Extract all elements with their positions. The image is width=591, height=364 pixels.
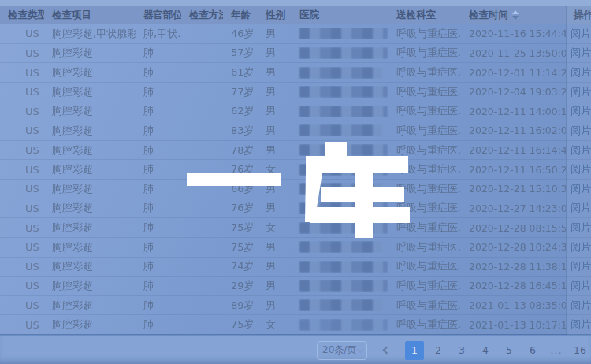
table-body: US 胸腔彩超,甲状腺彩超 肺,甲状... 46岁 男 呼吸与重症医... 20… xyxy=(0,24,591,335)
cell-hospital-redacted xyxy=(292,47,388,59)
table-row[interactable]: US 胸腔彩超 肺 83岁 男 呼吸与重症医... 2020-12-11 16:… xyxy=(0,121,591,141)
view-film-link[interactable]: 阅片 xyxy=(566,299,591,313)
cell-exam-time: 2020-12-28 10:24:30 xyxy=(461,241,566,253)
top-strip xyxy=(0,0,591,6)
view-film-link[interactable]: 阅片 xyxy=(566,143,591,158)
cell-organ-site: 肺 xyxy=(136,143,181,158)
page-size-select[interactable]: 20条/页 xyxy=(317,341,367,360)
cell-exam-time: 2020-12-11 16:02:05 xyxy=(461,124,566,136)
cell-hospital-redacted xyxy=(292,280,388,292)
page-button-1[interactable]: 1 xyxy=(405,341,424,360)
cell-hospital-redacted xyxy=(292,144,388,156)
page-button-2[interactable]: 2 xyxy=(429,341,448,360)
cell-exam-item: 胸腔彩超 xyxy=(44,85,136,99)
view-film-link[interactable]: 阅片 xyxy=(566,104,591,118)
cell-dept: 呼吸与重症医... xyxy=(388,318,461,332)
cell-dept: 呼吸与重症医... xyxy=(388,104,461,118)
view-film-link[interactable]: 阅片 xyxy=(566,240,591,254)
sort-caret-icon[interactable] xyxy=(512,10,519,20)
cell-hospital-redacted xyxy=(292,106,388,117)
prev-page-button[interactable] xyxy=(378,341,394,360)
view-film-link[interactable]: 阅片 xyxy=(566,162,591,176)
pager-pages: 123456...16 xyxy=(405,341,589,360)
table-row[interactable]: US 胸腔彩超,甲状腺彩超 肺,甲状... 46岁 男 呼吸与重症医... 20… xyxy=(0,24,591,44)
cell-age: 75岁 xyxy=(223,221,258,235)
cell-exam-time: 2020-12-27 14:23:04 xyxy=(461,202,566,214)
view-film-link[interactable]: 阅片 xyxy=(566,85,591,99)
view-film-link[interactable]: 阅片 xyxy=(566,46,591,60)
redaction-blur xyxy=(299,261,388,273)
cell-exam-item: 胸腔彩超 xyxy=(44,124,136,138)
cell-organ-site: 肺 xyxy=(136,221,181,235)
cell-exam-item: 胸腔彩超 xyxy=(44,143,136,158)
view-film-link[interactable]: 阅片 xyxy=(566,221,591,235)
cell-exam-type: US xyxy=(0,222,44,234)
table-row[interactable]: US 胸腔彩超 肺 74岁 男 呼吸与重症医... 2020-12-28 11:… xyxy=(0,258,591,277)
cell-exam-item: 胸腔彩超 xyxy=(44,259,136,273)
redaction-blur xyxy=(299,144,388,156)
header-exam-time-sortable[interactable]: 检查时间 xyxy=(461,9,566,22)
cell-age: 74岁 xyxy=(223,259,258,273)
page-button-4[interactable]: 4 xyxy=(476,341,495,360)
view-film-link[interactable]: 阅片 xyxy=(566,318,591,332)
redaction-blur xyxy=(299,183,382,195)
cell-exam-time: 2020-11-25 13:50:01 xyxy=(461,47,566,59)
cell-dept: 呼吸与重症医... xyxy=(388,143,461,158)
view-film-link[interactable]: 阅片 xyxy=(566,259,591,273)
cell-exam-time: 2020-12-28 11:38:11 xyxy=(461,261,566,273)
page-button-16[interactable]: 16 xyxy=(571,341,589,360)
cell-dept: 呼吸与重症医... xyxy=(388,279,461,293)
page-button-6[interactable]: 6 xyxy=(523,341,542,360)
cell-exam-type: US xyxy=(0,280,44,292)
redaction-blur xyxy=(299,86,388,98)
cell-gender: 女 xyxy=(258,318,292,332)
cell-exam-item: 胸腔彩超 xyxy=(44,65,136,80)
cell-gender: 男 xyxy=(258,201,292,215)
cell-dept: 呼吸与重症医... xyxy=(388,299,461,313)
cell-exam-time: 2020-11-16 15:44:49 xyxy=(461,28,566,39)
table-row[interactable]: US 胸腔彩超 肺 75岁 女 呼吸与重症医... 2021-01-13 10:… xyxy=(0,315,591,335)
cell-age: 89岁 xyxy=(223,299,258,313)
pager-ellipsis[interactable]: ... xyxy=(547,341,566,360)
cell-age: 76岁 xyxy=(223,162,258,176)
table-row[interactable]: US 胸腔彩超 肺 66岁 男 呼吸与重症医... 2020-12-21 15:… xyxy=(0,180,591,199)
view-film-link[interactable]: 阅片 xyxy=(566,182,591,196)
cell-gender: 男 xyxy=(258,182,292,196)
table-row[interactable]: US 胸腔彩超 肺 78岁 男 呼吸与重症医... 2020-12-11 16:… xyxy=(0,141,591,161)
table-row[interactable]: US 胸腔彩超 肺 61岁 男 呼吸与重症医... 2020-12-01 11:… xyxy=(0,63,591,83)
table-row[interactable]: US 胸腔彩超 肺 89岁 男 呼吸与重症医... 2021-01-13 08:… xyxy=(0,296,591,316)
chevron-left-icon xyxy=(382,347,390,355)
table-row[interactable]: US 胸腔彩超 肺 62岁 男 呼吸与重症医... 2020-12-11 14:… xyxy=(0,102,591,122)
cell-hospital-redacted xyxy=(292,261,388,273)
view-film-link[interactable]: 阅片 xyxy=(566,201,591,215)
cell-exam-type: US xyxy=(0,144,44,156)
cell-dept: 呼吸与重症医... xyxy=(388,46,461,60)
table-row[interactable]: US 胸腔彩超 肺 76岁 女 呼吸与重症医... 2020-12-11 16:… xyxy=(0,160,591,180)
cell-hospital-redacted xyxy=(292,202,388,214)
cell-dept: 呼吸与重症医... xyxy=(388,162,461,176)
view-film-link[interactable]: 阅片 xyxy=(566,27,591,41)
cell-exam-item: 胸腔彩超 xyxy=(44,299,136,313)
table-row[interactable]: US 胸腔彩超 肺 77岁 男 呼吸与重症医... 2020-12-04 19:… xyxy=(0,83,591,102)
cell-exam-type: US xyxy=(0,47,44,59)
table-row[interactable]: US 胸腔彩超 肺 75岁 男 呼吸与重症医... 2020-12-28 10:… xyxy=(0,238,591,258)
view-film-link[interactable]: 阅片 xyxy=(566,65,591,80)
cell-hospital-redacted xyxy=(292,299,388,311)
cell-gender: 男 xyxy=(258,299,292,313)
table-row[interactable]: US 胸腔彩超 肺 75岁 女 呼吸与重症医... 2020-12-28 08:… xyxy=(0,218,591,238)
page-button-3[interactable]: 3 xyxy=(452,341,471,360)
page-button-5[interactable]: 5 xyxy=(500,341,519,360)
cell-organ-site: 肺 xyxy=(136,124,181,138)
cell-exam-time: 2020-12-11 14:00:14 xyxy=(461,106,566,117)
view-film-link[interactable]: 阅片 xyxy=(566,279,591,293)
cell-hospital-redacted xyxy=(292,319,388,331)
view-film-link[interactable]: 阅片 xyxy=(566,124,591,138)
sort-ascending-icon xyxy=(512,10,519,14)
table-row[interactable]: US 胸腔彩超 肺 57岁 男 呼吸与重症医... 2020-11-25 13:… xyxy=(0,44,591,64)
cell-exam-time: 2020-12-04 19:03:24 xyxy=(461,86,566,98)
table-row[interactable]: US 胸腔彩超 肺 76岁 男 呼吸与重症医... 2020-12-27 14:… xyxy=(0,199,591,219)
table-row[interactable]: US 胸腔彩超 肺 29岁 男 呼吸与重症医... 2020-12-28 16:… xyxy=(0,277,591,296)
cell-exam-type: US xyxy=(0,183,44,195)
cell-organ-site: 肺 xyxy=(136,85,181,99)
cell-age: 66岁 xyxy=(223,182,258,196)
